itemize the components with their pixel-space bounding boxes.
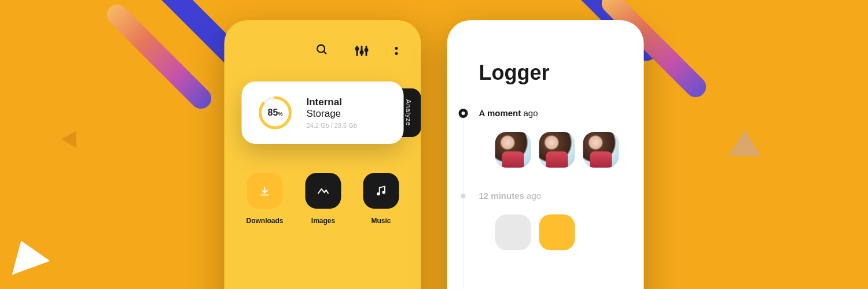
decorative-triangle <box>61 127 83 148</box>
logger-screen: Logger A moment ago12 minutes ago <box>447 20 644 289</box>
storage-card[interactable]: 85% Internal Storage 24.2 Gb / 28.5 Gb <box>242 81 404 144</box>
storage-title-bold: Internal <box>307 97 342 108</box>
category-label: Music <box>371 217 391 225</box>
storage-text: Internal Storage 24.2 Gb / 28.5 Gb <box>307 97 357 129</box>
timeline-dot-icon <box>461 194 466 198</box>
storage-screen: 85% Internal Storage 24.2 Gb / 28.5 Gb A… <box>225 20 421 289</box>
svg-line-1 <box>323 51 326 54</box>
music-icon <box>363 173 399 209</box>
storage-ring-chart: 85% <box>257 94 294 131</box>
thumbnail[interactable] <box>539 214 575 250</box>
topbar <box>225 20 421 70</box>
svg-point-6 <box>377 192 380 196</box>
search-icon[interactable] <box>316 43 329 58</box>
category-item[interactable]: Music <box>363 173 399 225</box>
storage-usage: 24.2 Gb / 28.5 Gb <box>307 122 357 129</box>
analyze-label: Analyze <box>405 99 412 126</box>
thumbnail[interactable] <box>583 132 619 168</box>
page-title: Logger <box>447 20 644 108</box>
category-item[interactable]: Downloads <box>247 173 284 225</box>
storage-percent: 85 <box>268 108 278 117</box>
download-icon <box>247 173 283 209</box>
filter-sliders-icon[interactable] <box>356 46 367 56</box>
decorative-triangle <box>729 130 761 156</box>
storage-title-light: Storage <box>307 108 341 119</box>
thumbnail[interactable] <box>495 132 531 168</box>
percent-unit: % <box>278 111 282 117</box>
category-label: Downloads <box>247 217 284 225</box>
category-item[interactable]: Images <box>306 173 341 225</box>
timeline-item: 12 minutes ago <box>479 191 644 250</box>
images-icon <box>306 173 341 209</box>
timeline-dot-icon <box>459 109 468 118</box>
thumbnail[interactable] <box>495 214 531 250</box>
svg-point-7 <box>382 191 385 194</box>
thumbnail[interactable] <box>539 132 575 168</box>
category-label: Images <box>311 217 335 225</box>
svg-point-0 <box>317 45 325 53</box>
timeline-timestamp: A moment ago <box>479 108 538 118</box>
decorative-triangle <box>2 234 50 275</box>
timeline-item: A moment ago <box>479 108 644 168</box>
timeline-timestamp: 12 minutes ago <box>479 191 542 201</box>
more-menu-icon[interactable] <box>395 47 398 55</box>
